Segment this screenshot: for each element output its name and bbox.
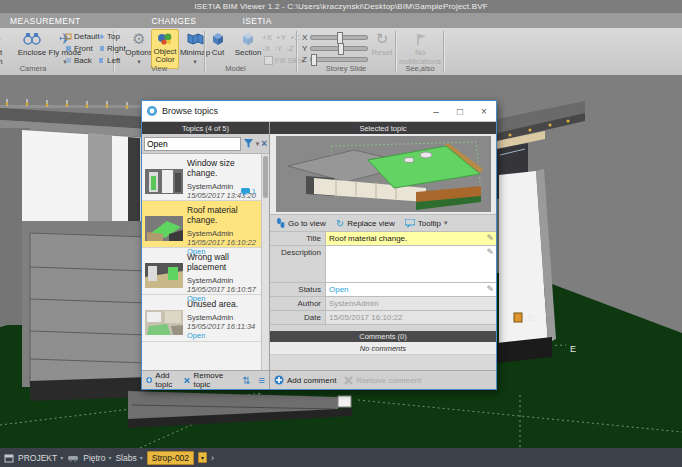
cut-button[interactable]: Cut <box>206 30 230 68</box>
status-breadcrumb-bar: PROJEKT ▾ Piętro ▾ Slabs ▾ Strop-002 ▾ › <box>0 448 682 467</box>
dialog-maximize-button[interactable]: □ <box>448 102 472 121</box>
topics-search-input[interactable] <box>144 137 241 151</box>
object-color-icon <box>152 30 178 48</box>
edit-pencil-icon[interactable]: ✎ <box>486 284 494 294</box>
section-button[interactable]: Section <box>232 30 264 68</box>
plus-circle-icon <box>274 375 284 385</box>
breadcrumb-selected-element[interactable]: Strop-002 <box>147 451 194 465</box>
title-field[interactable]: Roof material change. ✎ <box>325 232 496 245</box>
browse-topics-icon <box>146 105 158 117</box>
edit-pencil-icon[interactable]: ✎ <box>486 233 494 243</box>
binoculars-icon <box>12 30 52 48</box>
tooltip-button[interactable]: Tooltip ▾ <box>405 219 448 228</box>
caret-down-icon: ▾ <box>444 219 448 227</box>
breadcrumb-project[interactable]: PROJEKT ▾ <box>18 453 63 463</box>
tab-measurement[interactable]: MEASUREMENT <box>2 16 89 26</box>
storey-slider-z: Z <box>302 54 368 64</box>
topics-search-row: ▾ × <box>142 134 269 154</box>
slider-z-track[interactable] <box>310 57 368 62</box>
slider-y-track[interactable] <box>310 46 368 51</box>
dialog-close-button[interactable]: × <box>472 102 496 121</box>
go-to-view-button[interactable]: Go to view <box>276 218 326 228</box>
storey-slider-y: Y <box>302 43 368 53</box>
topic-list-item-selected[interactable]: Roof material change. SystemAdmin 15/05/… <box>142 201 261 248</box>
sort-topics-button[interactable]: ⇅ <box>242 375 250 386</box>
view-front-button[interactable]: Front <box>65 43 93 54</box>
scrollbar-thumb[interactable] <box>263 156 268 198</box>
storey-icon <box>67 453 79 462</box>
caret-down-icon[interactable]: ▾ <box>108 454 111 461</box>
ribbon-group-camera: ⌖ set om Enclose ✈ Fly mode ▾ Camera <box>0 28 64 74</box>
breadcrumb-storey[interactable]: Piętro ▾ <box>83 453 111 463</box>
topic-preview <box>270 134 496 215</box>
chevron-right-icon[interactable]: › <box>211 453 214 463</box>
author-field: SystemAdmin <box>325 297 496 310</box>
tab-changes[interactable]: CHANGES <box>144 16 205 26</box>
view-default-button[interactable]: Default <box>65 31 99 42</box>
remove-comment-button[interactable]: Remove comment <box>344 376 421 385</box>
axis-minus-buttons[interactable]: -X -Y -Z <box>262 43 294 54</box>
ribbon-group-model: Cut Section +X +Y +Z -X -Y -Z F <box>206 28 295 74</box>
view-front-icon <box>65 45 72 52</box>
add-comment-button[interactable]: Add comment <box>274 375 336 385</box>
filter-caret-icon[interactable]: ▾ <box>256 140 260 148</box>
axis-label-d: D <box>528 313 535 323</box>
description-field[interactable]: ✎ <box>325 246 496 282</box>
ribbon-toolbar: ⌖ set om Enclose ✈ Fly mode ▾ Camera <box>0 28 682 76</box>
breadcrumb-slabs[interactable]: Slabs ▾ <box>115 453 142 463</box>
view-right-icon <box>98 45 105 52</box>
clear-search-button[interactable]: × <box>261 138 267 149</box>
dialog-title: Browse topics <box>162 106 424 116</box>
topics-panel: Topics (4 of 5) ▾ × Window size change. <box>142 122 270 389</box>
replace-view-button[interactable]: ↻ Replace view <box>336 218 395 229</box>
remove-topic-button[interactable]: Remove topic <box>184 371 226 389</box>
clipped-button-icon: ⌖ <box>0 30 10 48</box>
view-top-button[interactable]: Top <box>98 31 120 42</box>
topic-thumbnail <box>145 263 183 288</box>
dialog-minimize-button[interactable]: – <box>424 102 448 121</box>
topic-status[interactable]: Open <box>187 331 258 340</box>
reset-button[interactable]: ↻ Reset <box>370 30 394 68</box>
date-label: Date <box>270 311 325 324</box>
topic-author: SystemAdmin <box>187 229 258 238</box>
view-default-icon <box>65 33 72 40</box>
ribbon-tab-row: MEASUREMENT CHANGES ISETIA <box>0 13 682 28</box>
dialog-titlebar[interactable]: Browse topics – □ × <box>142 101 496 122</box>
description-label: Description <box>270 246 325 282</box>
filter-funnel-icon[interactable] <box>243 138 254 149</box>
object-color-button[interactable]: Object Color <box>151 29 179 69</box>
topic-author: SystemAdmin <box>187 276 258 285</box>
edit-pencil-icon[interactable]: ✎ <box>486 247 494 257</box>
axis-plus-buttons[interactable]: +X +Y +Z <box>262 32 300 43</box>
group-separator <box>443 31 445 72</box>
topic-list-item[interactable]: Window size change. SystemAdmin 15/05/20… <box>142 154 261 201</box>
slider-y-handle[interactable] <box>338 43 344 55</box>
topics-scrollbar[interactable] <box>261 154 269 370</box>
browse-topics-dialog: Browse topics – □ × Topics (4 of 5) ▾ × <box>141 100 497 390</box>
list-view-button[interactable]: ≡ <box>259 374 265 386</box>
tab-isetia[interactable]: ISETIA <box>234 16 279 26</box>
topic-thumbnail <box>145 310 183 335</box>
selected-element-caret[interactable]: ▾ <box>198 452 207 463</box>
view-back-button[interactable]: Back <box>65 55 92 66</box>
left-building <box>0 99 148 401</box>
topic-list-item[interactable]: Unused area. SystemAdmin 15/05/2017 16:1… <box>142 295 261 342</box>
plus-circle-icon <box>146 375 152 385</box>
axis-label-e: E <box>570 344 576 354</box>
view-right-button[interactable]: Right <box>98 43 126 54</box>
caret-down-icon[interactable]: ▾ <box>60 454 63 461</box>
clipped-button[interactable]: ⌖ set om <box>0 30 10 68</box>
comments-header: Comments (0) <box>270 331 496 342</box>
no-notifications-button[interactable]: No notifications ▾ <box>399 30 441 68</box>
window-titlebar[interactable]: ISETIA BIM Viewer 1.2 - C:\Users\kraczyn… <box>0 0 682 13</box>
group-label-view: View <box>115 64 203 73</box>
app-window: ISETIA BIM Viewer 1.2 - C:\Users\kraczyn… <box>0 0 682 467</box>
enclose-button[interactable]: Enclose <box>12 30 52 68</box>
slider-x-track[interactable] <box>310 35 368 40</box>
date-field: 15/05/2017 16:10:22 <box>325 311 496 324</box>
status-field[interactable]: Open ✎ <box>325 283 496 296</box>
group-label-storey-slide: Storey Slide <box>298 64 394 73</box>
topic-list-item[interactable]: Wrong wall placement SystemAdmin 15/05/2… <box>142 248 261 295</box>
add-topic-button[interactable]: Add topic <box>146 371 176 389</box>
caret-down-icon[interactable]: ▾ <box>140 454 143 461</box>
